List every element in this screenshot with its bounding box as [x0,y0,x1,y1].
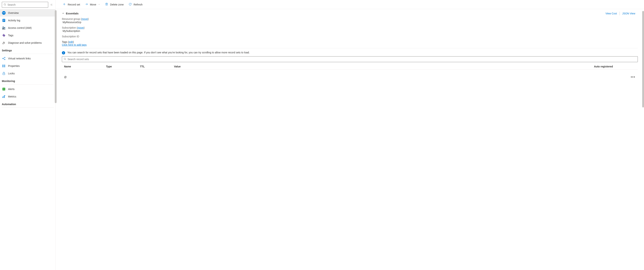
svg-rect-4 [3,20,4,20]
sidebar-item-label: Locks [8,72,15,75]
toolbar-label: Refresh [134,3,142,6]
row-context-menu-button[interactable]: ••• [630,75,636,79]
col-ttl[interactable]: TTL [140,65,174,68]
info-text: You can search for record sets that have… [67,51,250,54]
sidebar-item-label: Properties [8,64,20,67]
info-icon: i [62,51,65,54]
field-subscription: Subscription (move) MySubscription [62,26,638,32]
svg-point-6 [3,27,4,28]
col-auto[interactable]: Auto registered [594,65,630,68]
properties-icon [2,64,6,68]
record-search-input[interactable] [68,58,636,61]
move-button[interactable]: Move [84,2,101,7]
svg-rect-20 [4,90,4,90]
sidebar-item-label: Tags [8,34,14,37]
svg-point-11 [4,59,5,60]
subscription-id-label: Subscription ID [62,35,79,38]
tags-label: Tags [62,40,67,43]
field-resource-group: Resource group (move) MyResourceGrp [62,17,638,24]
record-search[interactable] [62,56,638,62]
sidebar-search[interactable] [2,2,48,8]
lock-icon [2,71,6,75]
subscription-move-link[interactable]: move [78,26,84,29]
divider [2,54,54,54]
svg-line-13 [3,58,4,60]
tags-icon [2,33,6,37]
sidebar-item-label: Virtual network links [8,57,31,60]
resource-group-label: Resource group [62,17,80,20]
svg-point-31 [64,58,66,60]
sidebar-item-vnet-links[interactable]: Virtual network links [0,55,56,62]
access-control-icon [2,26,6,30]
essentials-toggle[interactable]: Essentials [62,12,78,15]
content: Essentials View Cost JSON View Resource … [56,9,644,270]
sidebar-section-automation: Automation [0,100,56,107]
svg-rect-17 [3,73,5,75]
sidebar-item-label: Overview [8,11,18,14]
svg-rect-5 [3,21,4,21]
json-view-link[interactable]: JSON View [620,12,638,15]
svg-point-0 [4,3,6,5]
view-cost-link[interactable]: View Cost [603,12,620,15]
search-icon [4,3,6,6]
sidebar-menu: DNS Overview Activity log Access control… [0,9,56,270]
resource-group-move-link[interactable]: move [82,17,88,20]
svg-rect-21 [2,97,3,98]
chevron-down-icon [98,3,100,6]
table-row[interactable]: @ ••• [62,70,638,85]
sidebar-section-monitoring: Monitoring [0,77,56,84]
sidebar-item-overview[interactable]: DNS Overview [0,9,56,16]
svg-point-9 [2,58,3,59]
refresh-icon [128,2,132,6]
svg-line-12 [3,57,4,58]
svg-line-1 [5,5,6,5]
sidebar-item-metrics[interactable]: Metrics [0,93,56,100]
sidebar-item-label: Activity log [8,19,20,22]
col-value[interactable]: Value [174,65,594,68]
cell-name: @ [64,76,106,79]
sidebar-item-label: Metrics [8,95,16,98]
svg-rect-3 [3,19,4,20]
sidebar-item-activity-log[interactable]: Activity log [0,16,56,24]
sidebar-item-access-control[interactable]: Access control (IAM) [0,24,56,31]
toolbar-label: Record set [68,3,80,6]
chevron-up-icon [62,12,64,15]
wrench-icon [2,41,6,45]
sidebar-item-diagnose[interactable]: Diagnose and solve problems [0,39,56,46]
sidebar-item-alerts[interactable]: Alerts [0,85,56,93]
sidebar-item-tags[interactable]: Tags [0,31,56,39]
sidebar-item-properties[interactable]: Properties [0,62,56,70]
refresh-button[interactable]: Refresh [128,2,143,7]
svg-rect-16 [4,64,5,67]
subscription-value[interactable]: MySubscription [62,29,638,32]
vnet-links-icon [2,56,6,60]
arrow-right-icon [85,2,88,6]
tags-add-link[interactable]: Click here to add tags [62,43,86,46]
svg-line-32 [65,59,66,60]
divider [2,84,54,85]
collapse-sidebar-button[interactable] [49,2,54,7]
dns-zone-icon: DNS [2,11,6,15]
subscription-label: Subscription [62,26,76,29]
svg-rect-14 [2,64,3,67]
svg-point-10 [4,57,5,58]
svg-rect-28 [106,3,107,5]
resource-group-value[interactable]: MyResourceGrp [62,21,638,24]
field-subscription-id: Subscription ID [62,35,638,38]
record-set-button[interactable]: Record set [62,2,81,7]
metrics-icon [2,95,6,99]
svg-rect-15 [4,64,4,67]
sidebar-item-label: Access control (IAM) [8,26,32,29]
alerts-icon [2,87,6,91]
toolbar-label: Move [90,3,96,6]
info-banner: i You can search for record sets that ha… [62,51,638,54]
tags-edit-link[interactable]: edit [69,40,73,43]
sidebar-item-locks[interactable]: Locks [0,70,56,77]
sidebar-search-input[interactable] [8,3,46,6]
delete-zone-button[interactable]: Delete zone [104,2,124,7]
main-scrollbar[interactable] [642,11,644,108]
records-table-header: Name Type TTL Value Auto registered [62,64,638,70]
col-type[interactable]: Type [106,65,140,68]
col-name[interactable]: Name [64,65,106,68]
svg-rect-23 [4,95,5,98]
